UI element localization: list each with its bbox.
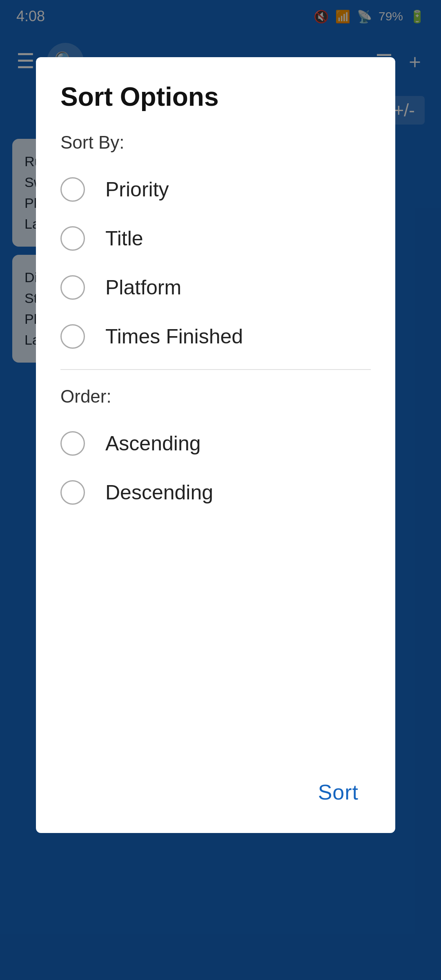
order-group: Ascending Descending	[60, 419, 371, 517]
sort-by-label: Sort By:	[60, 132, 371, 153]
radio-label-platform: Platform	[105, 276, 181, 299]
radio-label-priority: Priority	[105, 178, 169, 201]
radio-circle-ascending	[60, 431, 85, 456]
dialog-footer: Sort	[60, 755, 371, 813]
radio-circle-times-finished	[60, 324, 85, 349]
radio-circle-descending	[60, 480, 85, 505]
radio-item-platform[interactable]: Platform	[60, 263, 371, 312]
radio-label-times-finished: Times Finished	[105, 325, 243, 348]
radio-item-ascending[interactable]: Ascending	[60, 419, 371, 468]
order-label: Order:	[60, 386, 371, 407]
sort-button[interactable]: Sort	[306, 772, 371, 813]
radio-item-times-finished[interactable]: Times Finished	[60, 312, 371, 361]
radio-label-ascending: Ascending	[105, 432, 201, 455]
radio-item-descending[interactable]: Descending	[60, 468, 371, 517]
radio-item-title[interactable]: Title	[60, 214, 371, 263]
sort-by-group: Priority Title Platform Times Finished	[60, 165, 371, 361]
radio-circle-platform	[60, 275, 85, 300]
section-divider	[60, 369, 371, 370]
radio-label-descending: Descending	[105, 481, 213, 504]
radio-item-priority[interactable]: Priority	[60, 165, 371, 214]
sort-options-dialog: Sort Options Sort By: Priority Title Pla…	[36, 57, 395, 833]
radio-circle-priority	[60, 177, 85, 202]
dialog-title: Sort Options	[60, 82, 371, 112]
radio-circle-title	[60, 226, 85, 251]
radio-label-title: Title	[105, 227, 143, 250]
